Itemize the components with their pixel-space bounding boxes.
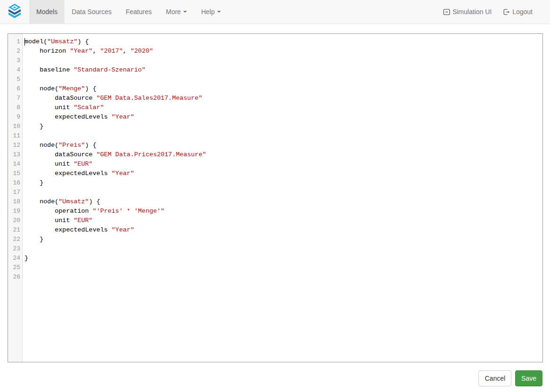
- tab-label: More: [166, 8, 181, 16]
- code-token: node(: [24, 142, 58, 149]
- code-string-token: "Year": [112, 113, 134, 120]
- code-token: ,: [123, 48, 130, 55]
- tab-features[interactable]: Features: [119, 0, 159, 24]
- code-line[interactable]: [24, 56, 542, 65]
- code-line[interactable]: [24, 263, 542, 272]
- code-token: }: [24, 123, 43, 130]
- code-line[interactable]: expectedLevels "Year": [24, 225, 542, 235]
- cancel-button[interactable]: Cancel: [478, 370, 511, 386]
- save-button[interactable]: Save: [515, 370, 542, 386]
- code-token: unit: [24, 160, 73, 168]
- code-token: dataSource: [24, 151, 97, 158]
- tab-models[interactable]: Models: [29, 0, 65, 24]
- code-string-token: "GEM Data.Prices2017.Measure": [97, 151, 206, 158]
- code-token: unit: [24, 104, 73, 111]
- logout-link[interactable]: Logout: [497, 8, 538, 16]
- caret-down-icon: [183, 11, 187, 13]
- editor-code-area[interactable]: model("Umsatz") { horizon "Year", "2017"…: [23, 34, 542, 362]
- text-cursor-icon: [24, 38, 25, 46]
- code-line[interactable]: model("Umsatz") {: [24, 37, 542, 47]
- code-token: dataSource: [24, 95, 97, 102]
- code-line[interactable]: }: [24, 178, 542, 188]
- line-number: 8: [8, 103, 20, 112]
- code-line[interactable]: }: [24, 122, 542, 131]
- code-line[interactable]: unit "EUR": [24, 216, 542, 225]
- code-string-token: "Umsatz": [58, 198, 89, 205]
- code-line[interactable]: dataSource "GEM Data.Prices2017.Measure": [24, 150, 542, 160]
- code-line[interactable]: dataSource "GEM Data.Sales2017.Measure": [24, 94, 542, 103]
- tab-label: Models: [36, 8, 57, 16]
- code-string-token: "2017": [100, 48, 123, 55]
- layers-logo-icon: [7, 3, 22, 20]
- app-window-icon: [443, 8, 450, 16]
- code-line[interactable]: baseline "Standard-Szenario": [24, 65, 542, 75]
- code-token: node(: [24, 85, 58, 92]
- code-line[interactable]: [24, 244, 542, 254]
- form-actions: Cancel Save: [0, 370, 542, 386]
- line-number: 20: [8, 216, 20, 225]
- code-string-token: "Standard-Szenario": [73, 66, 146, 73]
- tab-more[interactable]: More: [159, 0, 194, 24]
- code-token: operation: [24, 208, 93, 215]
- line-number: 26: [8, 272, 20, 282]
- code-line[interactable]: expectedLevels "Year": [24, 112, 542, 122]
- code-token: node(: [24, 198, 58, 205]
- line-number: 12: [8, 141, 20, 150]
- line-number: 5: [8, 75, 20, 84]
- code-line[interactable]: }: [24, 254, 542, 263]
- simulation-ui-link[interactable]: Simulation UI: [437, 8, 497, 16]
- code-token: ) {: [78, 38, 89, 45]
- code-token: ,: [93, 48, 100, 55]
- code-line[interactable]: }: [24, 235, 542, 244]
- code-string-token: "EUR": [73, 217, 92, 224]
- code-line[interactable]: unit "Scalar": [24, 103, 542, 112]
- code-line[interactable]: unit "EUR": [24, 160, 542, 169]
- tab-help[interactable]: Help: [194, 0, 228, 24]
- code-line[interactable]: [24, 75, 542, 84]
- code-line[interactable]: expectedLevels "Year": [24, 169, 542, 178]
- code-line[interactable]: node("Umsatz") {: [24, 197, 542, 207]
- code-line[interactable]: [24, 188, 542, 197]
- code-token: }: [24, 255, 28, 262]
- editor-gutter: 1234567891011121314151617181920212223242…: [8, 34, 23, 362]
- code-string-token: "Menge": [58, 85, 85, 92]
- line-number: 7: [8, 94, 20, 103]
- code-string-token: "GEM Data.Sales2017.Measure": [97, 95, 202, 102]
- line-number: 25: [8, 263, 20, 272]
- code-editor[interactable]: 1234567891011121314151617181920212223242…: [8, 33, 543, 362]
- code-line[interactable]: [24, 131, 542, 141]
- line-number: 4: [8, 65, 20, 75]
- code-string-token: "Umsatz": [47, 38, 77, 45]
- line-number: 17: [8, 188, 20, 197]
- line-number: 23: [8, 244, 20, 254]
- app-logo[interactable]: [0, 0, 29, 24]
- logout-icon: [503, 8, 510, 16]
- code-token: }: [24, 236, 43, 243]
- code-string-token: "EUR": [73, 160, 92, 168]
- line-number: 11: [8, 131, 20, 141]
- line-number: 21: [8, 225, 20, 235]
- code-string-token: "Scalar": [73, 104, 104, 111]
- code-string-token: "2020": [130, 48, 153, 55]
- line-number: 22: [8, 235, 20, 244]
- code-line[interactable]: node("Preis") {: [24, 141, 542, 150]
- line-number: 10: [8, 122, 20, 131]
- code-line[interactable]: node("Menge") {: [24, 84, 542, 94]
- code-token: horizon: [24, 48, 70, 55]
- code-line[interactable]: horizon "Year", "2017", "2020": [24, 47, 542, 56]
- code-string-token: "Year": [70, 48, 92, 55]
- tab-data-sources[interactable]: Data Sources: [65, 0, 119, 24]
- code-token: unit: [24, 217, 73, 224]
- code-token: model(: [24, 38, 47, 45]
- main-nav: Models Data Sources Features More Help: [29, 0, 228, 24]
- code-token: expectedLevels: [24, 170, 112, 177]
- code-string-token: "Year": [112, 170, 134, 177]
- code-token: ) {: [85, 142, 97, 149]
- line-number: 14: [8, 160, 20, 169]
- line-number: 1: [8, 37, 20, 47]
- code-line[interactable]: operation "'Preis' * 'Menge'": [24, 207, 542, 216]
- line-number: 15: [8, 169, 20, 178]
- code-token: ) {: [89, 198, 100, 205]
- code-line[interactable]: [24, 272, 542, 282]
- simulation-ui-label: Simulation UI: [453, 8, 492, 16]
